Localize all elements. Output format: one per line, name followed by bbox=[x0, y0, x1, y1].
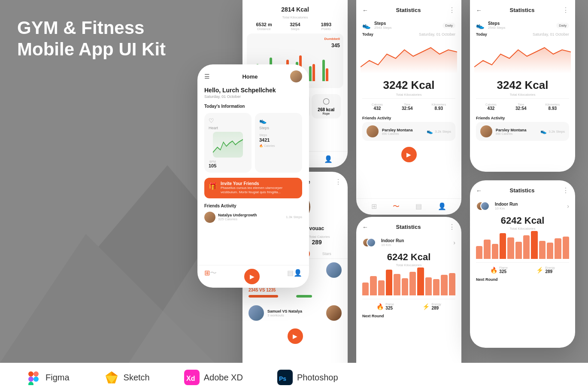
vbar2-3 bbox=[492, 244, 498, 259]
stats3-back[interactable]: ← bbox=[476, 187, 482, 194]
steps-stat: 3254 Steps bbox=[279, 22, 310, 31]
points-value: 1893 bbox=[311, 22, 342, 27]
more-icon2[interactable]: ⋮ bbox=[562, 6, 569, 14]
svg-text:Ps: Ps bbox=[279, 375, 286, 382]
play-button[interactable]: ▶ bbox=[244, 269, 260, 284]
tab-stars[interactable]: Stars bbox=[312, 249, 342, 258]
flame-row: 🔥 Flame 325 ⚡ Energy 289 bbox=[356, 301, 461, 312]
tool-figma: Figma bbox=[26, 370, 70, 385]
heart-label: Heart bbox=[209, 126, 247, 130]
vbar4 bbox=[386, 270, 392, 295]
km2-label: Kilometers bbox=[546, 103, 560, 106]
fa2-title: Friends Activity bbox=[476, 116, 569, 120]
fa-section: Friends Activity Parsley Montana 890 Cal… bbox=[356, 113, 461, 143]
heart-card[interactable]: ♡ Heart BPM 105 bbox=[204, 113, 252, 173]
steps-sub: Steps bbox=[259, 130, 298, 137]
vbar8 bbox=[417, 267, 424, 295]
svg-point-7 bbox=[33, 377, 39, 382]
fa2-avatar bbox=[480, 125, 492, 137]
km-value: 8.93 bbox=[432, 106, 446, 111]
flame-val: 325 bbox=[385, 306, 394, 310]
time-label: Time bbox=[402, 103, 413, 106]
run-chevron2[interactable]: › bbox=[567, 203, 569, 210]
nav-bar2[interactable]: ▤ bbox=[415, 202, 422, 211]
fa-info: Parsley Montana 890 Calories bbox=[379, 128, 427, 135]
flame-item2: 🔥 Flame 325 bbox=[490, 266, 507, 274]
run-chevron[interactable]: › bbox=[453, 239, 455, 246]
duel2-info: Samuel VS Natalya 3 workouts bbox=[264, 309, 326, 317]
svg-marker-16 bbox=[213, 140, 243, 158]
cal-label: Calories bbox=[372, 103, 383, 106]
progress-orange-fill bbox=[249, 295, 278, 298]
gift-icon: 🎁 bbox=[209, 182, 217, 190]
daily-badge[interactable]: Daily bbox=[443, 23, 455, 28]
mini-stats: Calories 432 Time 32:54 Kilometers 8.93 bbox=[356, 100, 461, 113]
fa2-info: Parsley Montana 890 Calories bbox=[492, 128, 540, 135]
steps-chart-icon: 👟 bbox=[362, 21, 371, 30]
cal2-label: Calories bbox=[485, 103, 497, 106]
nav-home-icon[interactable]: ⊞ bbox=[204, 269, 210, 284]
fa-steps-wrap: 👟 3.2k Steps bbox=[427, 128, 451, 134]
svg-marker-1 bbox=[0, 234, 215, 363]
time-value: 32:54 bbox=[402, 106, 413, 111]
phone-stats1: ← Statistics ⋮ 👟 Steps 2543 Steps Daily … bbox=[356, 0, 461, 215]
nav-user2[interactable]: 👤 bbox=[438, 202, 446, 211]
steps-value: 3421 bbox=[259, 137, 298, 143]
phone-bottom-nav: ⊞ 〜 ▶ ▤ 👤 bbox=[197, 265, 309, 288]
friend-info: Natalya Undergrowth 325 Calories bbox=[218, 213, 257, 221]
rope-icon: 〇 bbox=[317, 97, 336, 106]
steps-icon: 👟 bbox=[259, 117, 298, 124]
greeting-text: Hello, Lurch Schpellchek bbox=[197, 85, 309, 94]
back-icon2[interactable]: ← bbox=[476, 7, 482, 14]
today-label: Today bbox=[362, 32, 373, 36]
progress-orange-wrap bbox=[249, 295, 294, 298]
svg-rect-4 bbox=[33, 371, 39, 377]
stats2b-header: ← Statistics ⋮ bbox=[356, 217, 461, 234]
vbar2-1 bbox=[476, 246, 482, 259]
km-label: Kilometers bbox=[432, 103, 446, 106]
points-stat: 1893 Points bbox=[311, 22, 342, 31]
nav-stats-icon[interactable]: ▤ bbox=[287, 269, 294, 284]
profile-play-btn[interactable]: ▶ bbox=[288, 328, 303, 344]
nav-activity-icon[interactable]: 〜 bbox=[210, 269, 217, 284]
invite-banner[interactable]: 🎁 Invite Your Friends Phasellus cursus l… bbox=[204, 178, 302, 198]
invite-text: Phasellus cursus leo elemen ulamcorper v… bbox=[221, 186, 298, 195]
points-label: Points bbox=[311, 27, 342, 31]
stats2t-title: Statistics bbox=[510, 7, 535, 13]
distance-label: Distance bbox=[249, 27, 279, 31]
nav-grid2[interactable]: ⊞ bbox=[371, 202, 377, 211]
more-icon[interactable]: ⋮ bbox=[449, 6, 455, 14]
stats2b-more[interactable]: ⋮ bbox=[449, 223, 455, 231]
vbar10 bbox=[433, 279, 439, 295]
stats3-kcal-label: Total Kilocalories bbox=[470, 227, 575, 231]
svg-marker-18 bbox=[474, 48, 571, 73]
user-avatar[interactable] bbox=[290, 70, 302, 82]
exercise-rope[interactable]: 〇 268 kcal Rope bbox=[312, 94, 341, 119]
nav-profile-icon[interactable]: 👤 bbox=[294, 269, 302, 284]
steps-card[interactable]: 👟 Steps Steps 3421 🔥 Calories bbox=[255, 113, 302, 173]
big-kcal: 3242 Kcal bbox=[356, 75, 461, 93]
nav-user-icon[interactable]: 👤 bbox=[324, 155, 333, 164]
vbar2-8 bbox=[531, 231, 537, 259]
area-chart bbox=[361, 39, 457, 73]
vbar2-11 bbox=[555, 238, 561, 259]
divider3 bbox=[362, 299, 455, 299]
friend-left: Natalya Undergrowth 325 Calories bbox=[204, 212, 257, 223]
total-cal-label: Total Calories bbox=[309, 235, 330, 239]
nav-activity2[interactable]: 〜 bbox=[393, 202, 400, 211]
progress-green-fill bbox=[296, 295, 312, 298]
calories-mini-stat: Calories 432 bbox=[372, 103, 383, 111]
vbar2-12 bbox=[563, 237, 569, 259]
phone-home-header: ☰ Home bbox=[197, 64, 309, 85]
hamburger-icon[interactable]: ☰ bbox=[204, 73, 210, 80]
profile-more-icon[interactable]: ⋮ bbox=[335, 178, 342, 186]
stats2b-back[interactable]: ← bbox=[362, 224, 368, 231]
divider4 bbox=[476, 262, 569, 263]
run-sub2: 10 Km bbox=[495, 207, 567, 210]
daily-badge2[interactable]: Daily bbox=[556, 23, 569, 28]
progress-green-wrap bbox=[296, 295, 342, 298]
stats1-play-btn[interactable]: ▶ bbox=[401, 147, 417, 162]
stats3-more[interactable]: ⋮ bbox=[562, 186, 569, 194]
back-icon[interactable]: ← bbox=[362, 7, 368, 14]
today-date: Saturday, 01 October bbox=[419, 32, 455, 36]
